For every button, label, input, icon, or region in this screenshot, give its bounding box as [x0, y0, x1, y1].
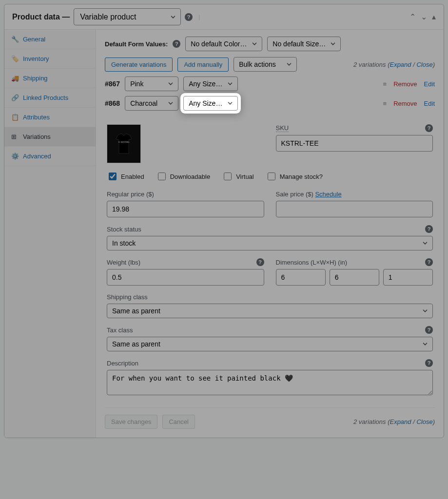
- save-changes-button[interactable]: Save changes: [105, 415, 157, 429]
- tax-class-select[interactable]: Same as parent: [107, 337, 433, 351]
- tab-label: Advanced: [23, 153, 51, 160]
- regular-price-label: Regular price ($): [107, 191, 154, 198]
- tab-advanced[interactable]: ⚙️ Advanced: [4, 147, 96, 166]
- expand-link-footer[interactable]: Expand: [390, 418, 411, 425]
- tab-label: Variations: [23, 133, 51, 140]
- variation-color-select[interactable]: Charcoal: [125, 96, 178, 111]
- add-manually-button[interactable]: Add manually: [177, 58, 229, 72]
- variation-id: #868: [105, 99, 120, 107]
- sale-price-label: Sale price ($): [276, 191, 313, 198]
- description-textarea[interactable]: [107, 370, 433, 395]
- close-link[interactable]: Close: [416, 61, 432, 68]
- enabled-checkbox[interactable]: Enabled: [107, 171, 144, 182]
- panel-title: Product data —: [12, 13, 70, 21]
- variations-count-footer: 2 variations (Expand / Close): [353, 418, 435, 425]
- remove-link[interactable]: Remove: [393, 100, 417, 107]
- default-color-select[interactable]: No default Color…: [185, 37, 262, 51]
- tab-label: Attributes: [23, 114, 50, 121]
- drag-handle-icon[interactable]: ≡: [383, 100, 387, 107]
- stock-status-label: Stock status: [107, 226, 141, 233]
- help-icon[interactable]: ?: [173, 40, 180, 48]
- variation-size-select[interactable]: Any Size…: [183, 77, 238, 91]
- dimensions-label: Dimensions (L×W×H) (in): [276, 259, 348, 266]
- edit-link[interactable]: Edit: [424, 100, 435, 107]
- wrench-icon: 🔧: [11, 36, 18, 43]
- product-type-select[interactable]: Variable product: [74, 8, 181, 25]
- default-values-label: Default Form Values:: [105, 40, 168, 48]
- variations-content: Default Form Values: ? No default Color……: [96, 30, 444, 438]
- tax-class-label: Tax class: [107, 326, 133, 334]
- help-icon[interactable]: ?: [425, 359, 433, 367]
- remove-link[interactable]: Remove: [393, 80, 417, 88]
- cancel-button[interactable]: Cancel: [162, 415, 195, 429]
- regular-price-input[interactable]: [107, 201, 264, 217]
- variation-row-868: #868 Charcoal Any Size… ≡ Remove Edit: [105, 96, 435, 111]
- tab-linked-products[interactable]: 🔗 Linked Products: [4, 88, 96, 108]
- help-icon[interactable]: ?: [425, 124, 433, 132]
- help-icon[interactable]: ?: [425, 225, 433, 233]
- gear-icon: ⚙️: [11, 153, 18, 160]
- tag-icon: 🏷️: [11, 55, 18, 62]
- help-icon[interactable]: ?: [425, 258, 433, 266]
- chevron-up-icon[interactable]: ⌃: [409, 12, 416, 21]
- variations-footer: Save changes Cancel 2 variations (Expand…: [105, 407, 435, 429]
- chevron-down-icon[interactable]: ⌄: [421, 12, 427, 21]
- manage-stock-checkbox[interactable]: Manage stock?: [266, 171, 323, 182]
- sku-input[interactable]: [276, 135, 433, 152]
- variation-color-select[interactable]: Pink: [125, 77, 178, 91]
- weight-label: Weight (lbs): [107, 259, 140, 266]
- bulk-actions-select[interactable]: Bulk actions: [234, 57, 297, 72]
- grid-icon: ⊞: [11, 133, 18, 140]
- close-link-footer[interactable]: Close: [416, 418, 432, 425]
- caret-up-icon[interactable]: ▴: [432, 12, 436, 21]
- length-input[interactable]: [276, 269, 326, 286]
- downloadable-checkbox[interactable]: Downloadable: [156, 171, 210, 182]
- tab-label: Inventory: [23, 55, 49, 62]
- default-form-values-row: Default Form Values: ? No default Color……: [105, 37, 435, 51]
- description-label: Description: [107, 360, 138, 367]
- list-icon: 📋: [11, 114, 18, 121]
- variation-row-867: #867 Pink Any Size… ≡ Remove Edit: [105, 77, 435, 91]
- tab-general[interactable]: 🔧 General: [4, 30, 96, 49]
- truck-icon: 🚚: [11, 75, 18, 82]
- tab-label: General: [23, 36, 45, 43]
- tab-inventory[interactable]: 🏷️ Inventory: [4, 49, 96, 69]
- variations-toolbar: Generate variations Add manually Bulk ac…: [105, 57, 435, 72]
- tab-label: Shipping: [23, 75, 48, 82]
- width-input[interactable]: [330, 269, 379, 286]
- help-icon[interactable]: ?: [425, 326, 433, 334]
- product-data-tabs: 🔧 General 🏷️ Inventory 🚚 Shipping 🔗 Link…: [4, 30, 96, 438]
- help-icon[interactable]: ?: [256, 258, 264, 266]
- sku-label: SKU: [276, 124, 289, 132]
- shipping-class-label: Shipping class: [107, 293, 148, 301]
- variation-id: #867: [105, 80, 120, 88]
- generate-variations-button[interactable]: Generate variations: [105, 58, 173, 72]
- schedule-link[interactable]: Schedule: [315, 191, 341, 198]
- edit-link[interactable]: Edit: [424, 80, 435, 88]
- link-icon: 🔗: [11, 94, 18, 101]
- virtual-checkbox[interactable]: Virtual: [222, 171, 254, 182]
- tab-attributes[interactable]: 📋 Attributes: [4, 108, 96, 127]
- variation-image[interactable]: ▼ KESTREL: [107, 124, 141, 163]
- stock-status-select[interactable]: In stock: [107, 236, 433, 250]
- default-size-select[interactable]: No default Size…: [267, 37, 341, 51]
- panel-header: Product data — Variable product ? | ⌃ ⌄ …: [4, 4, 444, 30]
- svg-text:▼ KESTREL: ▼ KESTREL: [118, 141, 130, 143]
- height-input[interactable]: [383, 269, 433, 286]
- variation-detail-868: ▼ KESTREL SKU ?: [105, 117, 435, 399]
- variation-size-select[interactable]: Any Size…: [183, 96, 238, 111]
- shipping-class-select[interactable]: Same as parent: [107, 304, 433, 318]
- product-data-panel: Product data — Variable product ? | ⌃ ⌄ …: [4, 4, 444, 438]
- weight-input[interactable]: [107, 269, 264, 286]
- drag-handle-icon[interactable]: ≡: [383, 80, 387, 88]
- expand-link[interactable]: Expand: [390, 61, 411, 68]
- variations-count: 2 variations (Expand / Close): [353, 61, 435, 68]
- tab-shipping[interactable]: 🚚 Shipping: [4, 69, 96, 88]
- tab-label: Linked Products: [23, 94, 68, 101]
- help-icon[interactable]: ?: [185, 13, 193, 21]
- tab-variations[interactable]: ⊞ Variations: [4, 127, 96, 147]
- sale-price-input[interactable]: [276, 201, 433, 217]
